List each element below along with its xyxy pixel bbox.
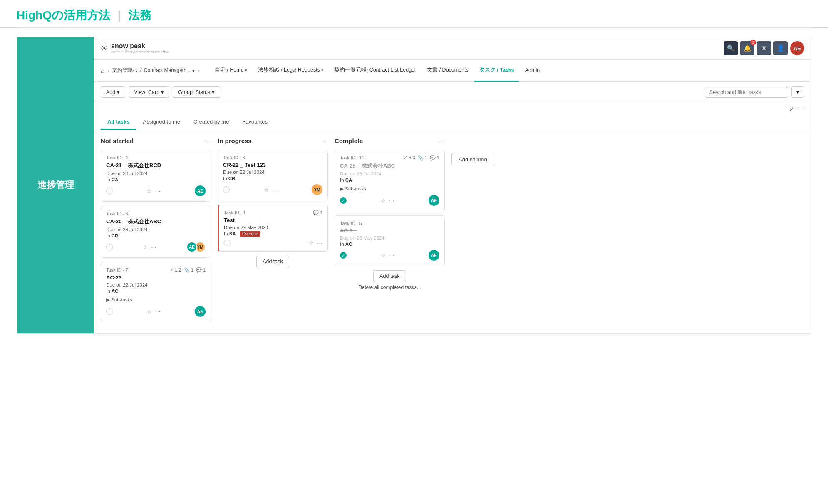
task-due-3: Due on 23 Jul 2024: [106, 227, 206, 232]
task-due-5: Due on 23 May 2024: [340, 235, 439, 240]
more-icon-6[interactable]: ⋯: [272, 187, 278, 193]
task-in-11: In CA: [340, 178, 439, 183]
subtask-toggle-11[interactable]: ▶ Sub-tasks: [340, 186, 439, 192]
logo-asterisk: ✳: [101, 43, 108, 53]
search-input[interactable]: [705, 87, 788, 98]
star-icon-4[interactable]: ☆: [147, 188, 152, 194]
add-column-button[interactable]: Add column: [451, 153, 494, 166]
task-due-6: Due on 22 Jul 2024: [223, 170, 322, 175]
star-icon-6[interactable]: ☆: [264, 187, 269, 193]
home-icon[interactable]: ⌂: [101, 67, 104, 74]
nav-item-tasks[interactable]: タスク / Tasks: [474, 60, 519, 82]
nav-item-admin[interactable]: Admin: [520, 60, 545, 82]
task-title-11: CA-25 _ 株式会社ABC: [340, 162, 439, 170]
task-check-7[interactable]: [106, 308, 113, 315]
star-icon-3[interactable]: ☆: [143, 244, 148, 250]
task-card-11: Task ID - 11 ✓ 3/3 📎 1 💬 1 CA-25 _ 株式会社A…: [335, 150, 445, 211]
task-check-5[interactable]: ✓: [340, 252, 347, 259]
task-actions-11: ✓ ☆ ⋯ AE: [340, 195, 439, 206]
task-id-11: Task ID - 11 ✓ 3/3 📎 1 💬 1: [340, 155, 439, 161]
task-card-6: Task ID - 6 CR-22 _ Test 123 Due on 22 J…: [218, 150, 328, 200]
add-button[interactable]: Add ▾: [101, 86, 125, 98]
avatar-6: YM: [312, 184, 322, 195]
task-in-6: In CR: [223, 176, 322, 181]
page-header: HighQの活用方法 | 法務: [0, 0, 828, 28]
nav-item-documents[interactable]: 文書 / Documents: [422, 60, 473, 82]
more-icon-7[interactable]: ⋯: [155, 309, 161, 315]
col-in-progress-more[interactable]: ⋯: [321, 137, 328, 145]
col-in-progress: In progress ⋯ Task ID - 6 CR-22 _ Test 1…: [218, 137, 328, 326]
view-label: View: Card: [134, 89, 159, 95]
task-check-4[interactable]: [106, 188, 113, 194]
add-task-btn-progress[interactable]: Add task: [256, 256, 289, 267]
task-icons-7: ☆ ⋯: [147, 309, 161, 315]
more-icon-1[interactable]: ⋯: [317, 240, 322, 246]
tab-favourites[interactable]: Favourites: [236, 114, 274, 130]
nav-icons: 🔍 🔔 3 ✉ 👤 AE: [724, 41, 804, 55]
bell-icon-btn[interactable]: 🔔 3: [740, 41, 754, 55]
main-content: ✳ snow peak outdoor lifestyle creator si…: [94, 37, 811, 333]
check-meta-7: ✓ 1/2: [170, 267, 181, 273]
logo: ✳ snow peak outdoor lifestyle creator si…: [101, 42, 169, 54]
task-check-1[interactable]: [224, 240, 231, 246]
task-card-7: Task ID - 7 ✓ 1/2 📎 1 💬 1 AC-23 _ Due on…: [101, 262, 211, 322]
expand-icon[interactable]: ⤢: [789, 106, 794, 112]
delete-completed-btn[interactable]: Delete all completed tasks...: [335, 284, 445, 290]
tab-assigned-to-me[interactable]: Assigned to me: [136, 114, 187, 130]
nav-item-home[interactable]: 自宅 / Home ▾: [210, 60, 252, 82]
col-complete-more[interactable]: ⋯: [438, 137, 445, 145]
star-icon-1[interactable]: ☆: [309, 240, 314, 246]
tabs: All tasks Assigned to me Created by me F…: [94, 114, 811, 130]
more-icon-11[interactable]: ⋯: [389, 198, 394, 204]
task-actions-1: ☆ ⋯: [224, 240, 322, 246]
subtask-toggle-7[interactable]: ▶ Sub-tasks: [106, 297, 206, 303]
col-not-started-more[interactable]: ⋯: [204, 137, 211, 145]
tab-created-by-me[interactable]: Created by me: [187, 114, 236, 130]
task-title-6: CR-22 _ Test 123: [223, 162, 322, 168]
avatar-7: AE: [195, 306, 206, 317]
task-id-5: Task ID - 5: [340, 221, 439, 226]
task-check-11[interactable]: ✓: [340, 197, 347, 204]
more-icon[interactable]: ⋯: [798, 105, 804, 113]
user-icon-btn[interactable]: 👤: [773, 41, 788, 55]
col-not-started-title: Not started: [101, 137, 134, 144]
user-avatar[interactable]: AE: [790, 41, 804, 55]
logo-area: ✳ snow peak outdoor lifestyle creator si…: [94, 37, 811, 60]
nav-item-legal[interactable]: 法務相談 / Legal Requests ▾: [253, 60, 328, 82]
breadcrumb-sep2: ›: [198, 68, 200, 74]
add-task-btn-complete[interactable]: Add task: [373, 270, 406, 282]
tab-all-tasks[interactable]: All tasks: [101, 114, 136, 130]
more-icon-3[interactable]: ⋯: [151, 244, 156, 250]
task-icons-3: ☆ ⋯: [143, 244, 156, 250]
search-icon-btn[interactable]: 🔍: [724, 41, 738, 55]
breadcrumb-item[interactable]: 契約管理ハブ Contract Managem...: [112, 67, 190, 74]
task-id-1: Task ID - 1 💬 1: [224, 210, 322, 215]
task-id-7: Task ID - 7 ✓ 1/2 📎 1 💬 1: [106, 267, 206, 273]
more-icon-4[interactable]: ⋯: [155, 188, 161, 194]
page-title-main: HighQの活用方法: [17, 9, 110, 22]
toolbar-left: Add ▾ View: Card ▾ Group: Status ▾: [101, 86, 220, 98]
col-not-started: Not started ⋯ Task ID - 4 CA-21 _ 株式会社BC…: [101, 137, 211, 326]
more-icon-5[interactable]: ⋯: [389, 252, 394, 259]
task-icons-4: ☆ ⋯: [147, 188, 161, 194]
view-button[interactable]: View: Card ▾: [129, 86, 169, 98]
header-divider: [17, 28, 811, 28]
task-in-7: In AC: [106, 289, 206, 294]
task-check-6[interactable]: [223, 186, 230, 193]
nav-item-contracts[interactable]: 契約一覧元帳| Contract List Ledger: [329, 60, 421, 82]
star-icon-5[interactable]: ☆: [381, 252, 386, 259]
group-button[interactable]: Group: Status ▾: [173, 86, 220, 98]
star-icon-7[interactable]: ☆: [147, 309, 152, 315]
task-due-1: Due on 29 May 2024: [224, 225, 322, 230]
comment-meta-11: 💬 1: [430, 155, 439, 161]
mail-icon-btn[interactable]: ✉: [757, 41, 771, 55]
avatar-group-3: AE YM: [186, 242, 206, 252]
star-icon-11[interactable]: ☆: [381, 198, 386, 204]
task-check-3[interactable]: [106, 244, 113, 250]
col-in-progress-title: In progress: [218, 137, 252, 144]
filter-button[interactable]: ▼: [791, 86, 804, 98]
task-card-4: Task ID - 4 CA-21 _ 株式会社BCD Due on 23 Ju…: [101, 150, 211, 202]
avatar-4: AE: [195, 185, 206, 196]
task-icons-6: ☆ ⋯: [264, 187, 278, 193]
avatar-11: AE: [429, 195, 439, 206]
